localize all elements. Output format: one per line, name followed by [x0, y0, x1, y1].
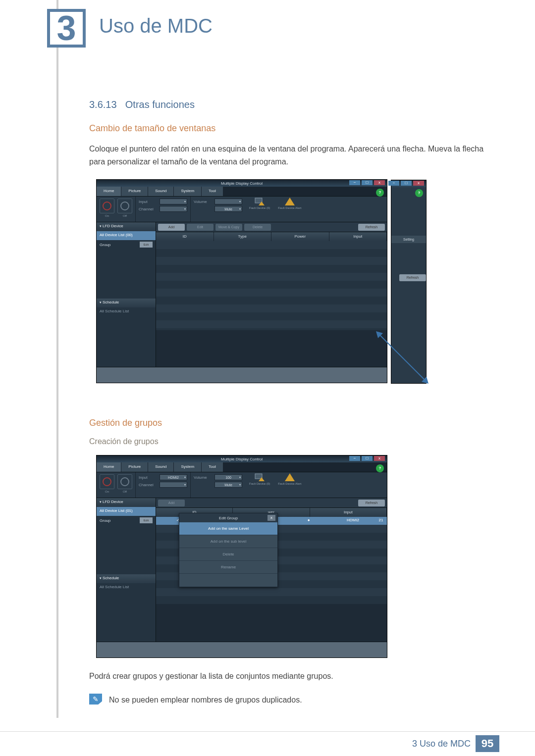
refresh-button[interactable]: Refresh [358, 224, 385, 231]
col-power: Power [271, 232, 329, 241]
popup-rename[interactable]: Rename [179, 561, 277, 574]
subsection-groups-title: Gestión de grupos [89, 418, 485, 428]
power-on-button[interactable] [100, 199, 114, 213]
popup-add-sub-level[interactable]: Add on the sub level [179, 535, 277, 548]
sidebar-all-device-list-2[interactable]: All Device List (01) [97, 507, 156, 516]
section-title: Otras funciones [125, 99, 195, 110]
power-on-button-2[interactable] [100, 474, 114, 489]
footer-text: 3 Uso de MDC [412, 739, 471, 749]
resize-body: Coloque el puntero del ratón en una esqu… [89, 143, 485, 168]
table-header: ID Type Power Input [156, 232, 387, 241]
help-icon-2[interactable]: ? [376, 464, 384, 472]
sidebar-group-label: Group [100, 243, 110, 247]
volume-label: Volume [194, 200, 213, 204]
add-button-2[interactable]: Add [158, 500, 185, 506]
warning-icon-2 [285, 473, 295, 482]
delete-button[interactable]: Delete [244, 224, 271, 231]
tab-picture[interactable]: Picture [121, 187, 148, 196]
sidebar-all-schedule-list-2[interactable]: All Schedule List [97, 583, 156, 592]
power-off-button-2[interactable] [117, 474, 132, 489]
warning-icon [285, 198, 295, 206]
sidebar-schedule[interactable]: Schedule [97, 299, 156, 307]
sidebar-all-device-list[interactable]: All Device List (00) [97, 231, 156, 240]
sidebar-all-schedule-list[interactable]: All Schedule List [97, 307, 156, 316]
fault-alert-label: Fault Device Alert [278, 206, 301, 209]
slice-min[interactable]: − [388, 181, 399, 186]
add-button[interactable]: Add [158, 224, 185, 231]
channel-label: Channel [139, 207, 158, 211]
mute-button[interactable]: Mute [214, 206, 242, 212]
off-label-2: Off [117, 490, 132, 493]
chapter-title: Uso de MDC [99, 15, 213, 37]
sidebar-lfd-device-2[interactable]: LFD Device [97, 498, 156, 507]
help-icon[interactable]: ? [376, 189, 384, 197]
input-label-2: Input [139, 475, 158, 480]
power-off-label: Off [117, 214, 132, 217]
fault-device-2[interactable]: Fault Device (0) [245, 472, 274, 498]
slice-col-setting: Setting [391, 236, 426, 243]
on-label-2: On [100, 490, 114, 493]
popup-delete[interactable]: Delete [179, 548, 277, 561]
tab-system-2[interactable]: System [174, 462, 202, 472]
tab-tool[interactable]: Tool [202, 187, 223, 196]
sidebar-schedule-2[interactable]: Schedule [97, 574, 156, 583]
group-edit-button-2[interactable]: Edit [140, 517, 153, 523]
tab-system[interactable]: System [174, 187, 202, 196]
channel-dropdown-2[interactable] [160, 482, 187, 488]
note-text: No se pueden emplear nombres de grupos d… [109, 694, 302, 706]
tab-sound-2[interactable]: Sound [148, 462, 174, 472]
input-dropdown-2[interactable]: HDMI2 [160, 474, 187, 480]
channel-dropdown[interactable] [160, 206, 187, 212]
fault-device-label-2: Fault Device (0) [249, 482, 270, 485]
minimize-button-2[interactable]: − [349, 456, 360, 461]
left-margin-rule [56, 0, 58, 718]
refresh-button-2[interactable]: Refresh [358, 500, 385, 506]
mute-button-2[interactable]: Mute [214, 482, 242, 488]
close-button[interactable]: x [374, 180, 385, 185]
sidebar-group-label-2: Group [100, 518, 110, 523]
dialog-close-button[interactable]: x [268, 515, 275, 521]
tab-sound[interactable]: Sound [148, 187, 174, 196]
row-num: 21 [375, 517, 387, 525]
section-number: 3.6.13 [89, 99, 117, 110]
note-row: ✎ No se pueden emplear nombres de grupos… [89, 694, 485, 706]
volume-field[interactable] [214, 199, 242, 204]
col-input-2: Input [310, 508, 387, 517]
sidebar: LFD Device All Device List (00) Group Ed… [97, 222, 156, 367]
move-copy-button[interactable]: Move & Copy [215, 224, 242, 231]
power-off-button[interactable] [117, 199, 132, 213]
fault-alert-2[interactable]: Fault Device Alert [274, 472, 305, 498]
subsection-resize-title: Cambio de tamaño de ventanas [89, 123, 485, 134]
sidebar-lfd-device[interactable]: LFD Device [97, 222, 156, 231]
monitor-warning-icon [255, 198, 265, 206]
slice-help-icon[interactable]: ? [415, 189, 423, 197]
maximize-button[interactable]: □ [362, 180, 373, 185]
note-icon: ✎ [89, 694, 102, 705]
section-heading: 3.6.13 Otras funciones [89, 99, 485, 110]
maximize-button-2[interactable]: □ [362, 456, 373, 461]
dialog-title: Edit Group [219, 516, 238, 520]
edit-button[interactable]: Edit [187, 224, 214, 231]
fault-device[interactable]: Fault Device (0) [245, 197, 274, 222]
slice-refresh-button[interactable]: Refresh [399, 274, 426, 281]
input-label: Input [139, 200, 158, 204]
tab-home[interactable]: Home [97, 187, 121, 196]
group-edit-button[interactable]: Edit [140, 242, 153, 248]
popup-add-same-level[interactable]: Add on the same Level [179, 522, 277, 535]
input-dropdown[interactable] [160, 199, 187, 204]
tab-picture-2[interactable]: Picture [121, 462, 148, 472]
close-button-2[interactable]: x [374, 456, 385, 461]
tab-home-2[interactable]: Home [97, 462, 121, 472]
volume-field-2[interactable]: 100 [214, 474, 242, 480]
fault-alert[interactable]: Fault Device Alert [274, 197, 305, 222]
mdc-window-screenshot-1: Multiple Display Control − □ x ? Home Pi… [96, 179, 387, 383]
slice-max[interactable]: □ [401, 181, 412, 186]
minimize-button[interactable]: − [349, 180, 360, 185]
main-tabs: Home Picture Sound System Tool [97, 187, 387, 197]
svg-marker-2 [285, 198, 295, 205]
subsection-create-groups-title: Creación de grupos [89, 437, 485, 446]
tab-tool-2[interactable]: Tool [202, 462, 223, 472]
slice-close[interactable]: x [413, 181, 424, 186]
footer: 3 Uso de MDC 95 [0, 731, 535, 756]
col-input: Input [329, 232, 387, 241]
